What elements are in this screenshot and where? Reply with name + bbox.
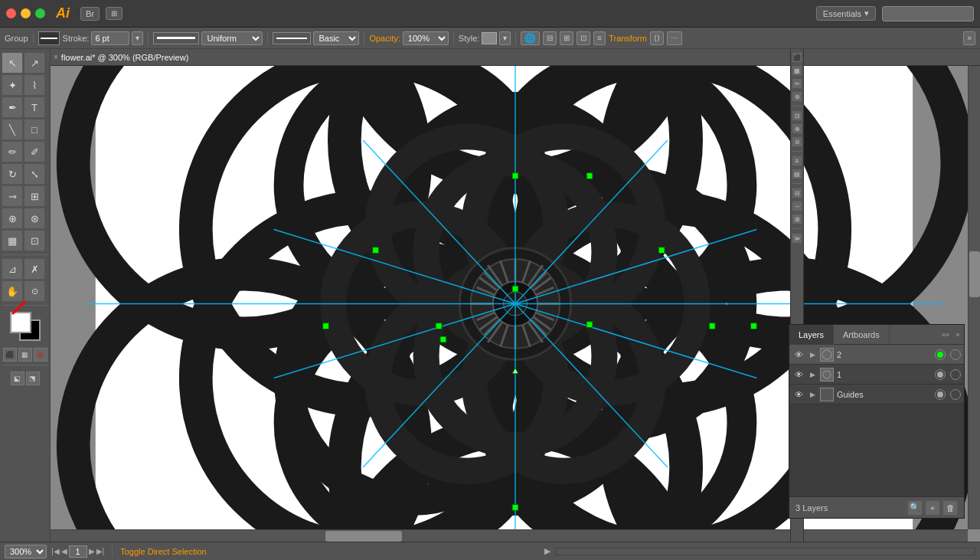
layer-2-target[interactable] [935,349,946,360]
swatches-btn[interactable]: ▦ [792,65,802,76]
hand-tool[interactable]: ✋ [2,280,23,302]
appearance-btn[interactable]: ⊕ [792,123,802,134]
measure-tool[interactable]: ✗ [24,258,45,280]
brushes-btn[interactable]: ✏ [792,78,802,89]
color-guide-btn[interactable]: ⬛ [792,52,802,63]
layers-panel-close[interactable]: × [952,329,964,341]
graph-tool[interactable]: ▦ [2,230,23,251]
vertical-scrollbar[interactable] [968,66,980,529]
pen-tool[interactable]: ✒ [2,97,23,118]
scale-tool[interactable]: ⤡ [24,163,45,185]
layer-row-2[interactable]: 👁 ▶ 2 [789,345,964,365]
link-button[interactable]: 🌐 [521,31,540,45]
align-panel-btn[interactable]: ⊟ [792,188,802,198]
guides-visibility[interactable]: 👁 [792,388,805,401]
add-layer-btn[interactable]: + [925,500,940,516]
artboards-tab[interactable]: Artboards [834,325,890,345]
transform-options[interactable]: ⟨⟩ [650,31,664,45]
stroke-swatch[interactable] [38,31,60,45]
tab-close-button[interactable]: × [54,53,58,61]
symbols-btn[interactable]: ⊛ [792,91,802,102]
more-options[interactable]: ⋯ [667,31,682,45]
zoom-select[interactable]: 300% [5,545,47,558]
expand-button[interactable]: » [963,31,975,45]
layer-2-expand[interactable]: ▶ [808,350,817,359]
screen-mode-1[interactable]: ⬕ [11,372,24,385]
direct-selection-tool[interactable]: ↗ [24,52,45,74]
magic-wand-tool[interactable]: ✦ [2,74,23,96]
layer-1-target[interactable] [935,369,946,380]
free-transform-tool[interactable]: ⊞ [24,185,45,207]
layer-1-expand[interactable]: ▶ [808,370,817,379]
none-view-btn[interactable]: ⊘ [34,348,47,362]
page-input[interactable] [69,545,87,558]
hscroll-thumb[interactable] [325,531,402,542]
workspace-switcher[interactable]: ⊞ [106,7,122,20]
search-input[interactable] [882,6,974,21]
close-button[interactable] [6,8,16,18]
next-page-btn[interactable]: ▶ [89,547,95,555]
layer-row-1[interactable]: 👁 ▶ 1 [789,365,964,385]
lasso-tool[interactable]: ⌇ [24,74,45,96]
zoom-tool[interactable]: ⊙ [24,280,45,302]
vscroll-thumb[interactable] [969,251,980,297]
gradient-btn[interactable]: ▤ [792,169,802,179]
layers-tab[interactable]: Layers [789,325,834,345]
align2-button[interactable]: ≡ [593,31,606,45]
align-button[interactable]: ⊟ [543,31,557,45]
paintbrush-tool[interactable]: ✏ [2,141,23,162]
opacity-select[interactable]: 100% [403,31,449,45]
guides-expand[interactable]: ▶ [808,390,817,399]
warp-tool[interactable]: ⊸ [2,185,23,207]
transparency-btn[interactable]: ⊘ [792,136,802,147]
gradient-view-btn[interactable]: ▦ [18,348,32,362]
eyedropper-tool[interactable]: ⊿ [2,258,23,280]
guides-lock[interactable] [950,389,961,400]
search-layers-btn[interactable]: 🔍 [907,500,923,516]
guides-target[interactable] [935,389,946,400]
traffic-lights [6,8,45,18]
essentials-button[interactable]: Essentials ▾ [816,6,876,21]
profile-select[interactable]: Basic [313,31,359,45]
stroke-dropdown[interactable]: ▾ [132,31,143,45]
stroke-panel-btn[interactable]: ≡ [792,156,802,166]
transform-button[interactable]: ⊡ [577,31,590,45]
line-tool[interactable]: ╲ [2,119,23,140]
delete-layer-btn[interactable]: 🗑 [942,500,958,516]
symbol-sprayer-tool[interactable]: ⊛ [24,208,45,229]
stroke-type-select[interactable]: Uniform [201,31,263,45]
graphic-styles-btn[interactable]: ⊡ [792,110,802,121]
horizontal-scrollbar[interactable] [51,529,968,542]
style-dropdown[interactable]: ▾ [499,31,511,45]
last-page-btn[interactable]: ▶| [96,547,105,555]
rect-tool[interactable]: □ [24,119,45,140]
layer-2-lock[interactable] [950,349,961,360]
transform-panel-btn[interactable]: ↔ [792,201,802,211]
screen-mode-2[interactable]: ⬔ [26,372,40,385]
fill-stroke-selector[interactable] [10,312,41,341]
first-page-btn[interactable]: |◀ [51,547,60,555]
stroke-style-group: Uniform [153,31,268,45]
color-view-btn[interactable]: ⬛ [3,348,17,362]
selection-tool[interactable]: ↖ [2,52,23,74]
shape-builder-tool[interactable]: ⊕ [2,208,23,229]
minimize-button[interactable] [21,8,31,18]
layer-2-visibility[interactable]: 👁 [792,349,805,361]
maximize-button[interactable] [35,8,45,18]
bridge-button[interactable]: Br [80,7,100,21]
pencil-tool[interactable]: ✐ [24,141,45,162]
stroke-input[interactable] [91,31,129,45]
type-tool[interactable]: T [24,97,45,118]
pathfinder-button[interactable]: ⊞ [560,31,573,45]
layers-panel-collapse[interactable]: «» [939,329,952,341]
status-arrow-btn[interactable]: ▶ [544,546,550,556]
collapse-strip-btn[interactable]: ≫ [792,233,802,244]
fill-swatch[interactable] [10,312,31,333]
pathfinder-panel-btn[interactable]: ⊞ [792,214,802,224]
layer-1-lock[interactable] [950,369,961,380]
layer-1-visibility[interactable]: 👁 [792,368,805,381]
layer-row-guides[interactable]: 👁 ▶ Guides [789,385,964,404]
prev-page-btn[interactable]: ◀ [61,547,67,555]
artboard-tool[interactable]: ⊡ [24,230,45,251]
rotate-tool[interactable]: ↻ [2,163,23,185]
